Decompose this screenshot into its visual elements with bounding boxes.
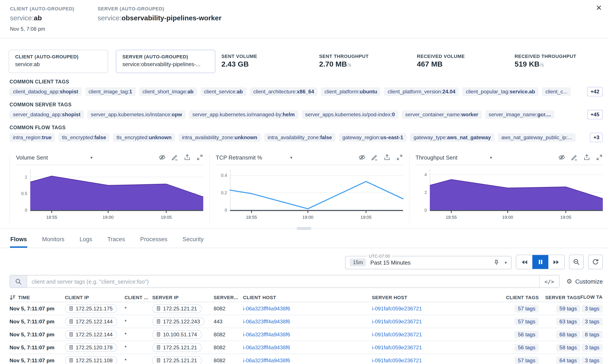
refresh-button[interactable] [588,255,603,269]
code-toggle-button[interactable]: </> [539,275,559,287]
table-row[interactable]: Nov 5, 7:11:07 pm 172.25.121.108 * 172.2… [10,354,603,364]
server-tags-pill[interactable]: 68 tags [556,330,580,338]
tag-pill[interactable]: client_service:ab [200,87,246,96]
column-header-client-host[interactable]: CLIENT HOST [243,295,372,300]
group-card[interactable]: SERVER (AUTO-GROUPED) service:observabil… [116,50,215,73]
search-input[interactable] [27,275,539,287]
client-ip-pill[interactable]: 172.25.120.178 [65,343,118,352]
more-tags-pill[interactable]: +45 [587,110,603,119]
hide-eye-icon[interactable] [159,154,166,161]
edit-pencil-icon[interactable] [371,154,378,161]
client-tags-pill[interactable]: 57 tags [514,318,539,325]
flow-tags-pill[interactable]: 3 tags [582,305,603,312]
column-header-server-port[interactable]: SERVER... [214,295,243,300]
chevron-down-icon[interactable]: ▾ [290,155,292,160]
tag-pill[interactable]: gateway_type:aws_nat_gateway [410,133,494,142]
flow-tags-pill[interactable]: 3 tags [582,356,603,364]
zoom-out-button[interactable] [569,255,584,269]
server-tags-pill[interactable]: 58 tags [556,343,580,351]
tag-pill[interactable]: server_datadog_app:shopist [10,110,84,119]
server-tags-pill[interactable]: 63 tags [556,318,580,325]
server-host-link[interactable]: i-091fafc059e236721 [372,357,422,363]
tag-pill[interactable]: client_architecture:x86_64 [250,87,318,96]
tag-pill[interactable]: aws_nat_gateway_public_ip:... [498,133,575,142]
client-ip-pill[interactable]: 172.25.122.144 [65,330,118,339]
export-icon[interactable] [383,154,390,161]
client-host-link[interactable]: i-06a323fff4a9438f6 [243,344,290,350]
column-header-server-tags[interactable]: SERVER TAGS [539,295,580,300]
edit-pencil-icon[interactable] [571,154,578,161]
time-range-picker[interactable]: UTC-07:00 15m Past 15 Minutes ▾ [345,254,512,269]
tag-pill[interactable]: server_apps.kubernetes.io/pod-index:0 [302,110,398,119]
tag-pill[interactable]: gateway_region:us-east-1 [339,133,407,142]
tag-pill[interactable]: intra_availability_zone:unknown [179,133,261,142]
tag-pill[interactable]: client_datadog_app:shopist [10,87,82,96]
server-tags-pill[interactable]: 64 tags [556,356,580,364]
tab[interactable]: Processes [140,233,168,248]
client-tags-pill[interactable]: 56 tags [514,330,539,338]
server-host-link[interactable]: i-091fafc059e236721 [372,318,422,325]
table-row[interactable]: Nov 5, 7:11:07 pm 172.25.121.175 * 172.2… [10,302,603,315]
server-host-link[interactable]: i-091fafc059e236721 [372,331,422,338]
more-tags-pill[interactable]: +3 [590,133,603,142]
flow-tags-pill[interactable]: 3 tags [582,318,603,325]
tag-pill[interactable]: client_platform:ubuntu [321,87,381,96]
chart-title-dropdown[interactable]: Throughput Sent [416,154,490,161]
more-tags-pill[interactable]: +42 [587,87,603,96]
tag-pill[interactable]: client_popular_tag:service.ab [462,87,538,96]
client-ip-pill[interactable]: 172.25.122.144 [65,317,118,326]
server-ip-pill[interactable]: 10.100.51.174 [152,330,202,339]
tag-pill[interactable]: server_image_name:gcr.... [485,110,554,119]
column-header-client-port[interactable]: CLIENT ... [125,295,152,300]
tag-pill[interactable]: server_container_name:worker [402,110,482,119]
edit-pencil-icon[interactable] [171,154,178,161]
chart-plot[interactable]: 00.5118:5519:0019:05 [16,168,203,223]
tag-pill[interactable]: server_app.kubernetes.io/managed-by:helm [189,110,298,119]
panel-resize-handle[interactable] [0,227,608,230]
tag-pill[interactable]: intra_availability_zone:false [264,133,336,142]
table-row[interactable]: Nov 5, 7:11:07 pm 172.25.122.144 * 172.2… [10,315,603,328]
tag-pill[interactable]: client_platform_version:24.04 [384,87,459,96]
server-ip-pill[interactable]: 172.25.121.21 [152,304,202,313]
fullscreen-icon[interactable] [196,154,203,161]
table-row[interactable]: Nov 5, 7:11:07 pm 172.25.122.144 * 10.10… [10,328,603,341]
close-button[interactable]: ✕ [594,2,604,14]
client-host-link[interactable]: i-06a323fff4a9438f6 [243,331,290,338]
column-header-server-host[interactable]: SERVER HOST [372,295,502,300]
server-ip-pill[interactable]: 172.25.121.21 [152,356,202,364]
column-header-server-ip[interactable]: SERVER IP [152,295,214,300]
pause-button[interactable] [532,255,548,269]
customize-button[interactable]: ⚙ Customize [567,278,603,285]
tag-pill[interactable]: tls_encrypted:unknown [113,133,175,142]
tag-pill[interactable]: tls_encrypted:false [59,133,110,142]
tab[interactable]: Monitors [42,233,65,248]
tab[interactable]: Security [182,233,204,248]
tag-pill[interactable]: intra_region:true [10,133,55,142]
server-tags-pill[interactable]: 59 tags [556,305,580,312]
column-header-client-ip[interactable]: CLIENT IP [65,295,125,300]
export-icon[interactable] [184,154,191,161]
tag-pill[interactable]: server_app.kubernetes.io/instance:opw [87,110,185,119]
client-tags-pill[interactable]: 56 tags [514,343,539,351]
column-header-flow-tags[interactable]: FLOW TAGS [580,294,603,300]
client-ip-pill[interactable]: 172.25.121.108 [65,356,118,364]
tab[interactable]: Flows [10,233,27,248]
chevron-down-icon[interactable]: ▾ [90,155,93,160]
chart-title-dropdown[interactable]: Volume Sent [16,154,90,161]
tab[interactable]: Traces [107,233,126,248]
tag-pill[interactable]: client_image_tag:1 [85,87,136,96]
client-host-link[interactable]: i-06a323fff4a9438f6 [243,305,290,312]
chevron-down-icon[interactable]: ▾ [505,260,507,265]
client-tags-pill[interactable]: 57 tags [514,356,539,364]
forward-button[interactable] [548,255,564,269]
chart-title-dropdown[interactable]: TCP Retransmit % [216,154,290,161]
chart-plot[interactable]: 02418:5519:0019:05 [416,168,603,223]
pin-icon[interactable] [493,259,500,265]
flow-tags-pill[interactable]: 8 tags [582,330,603,338]
time-range-badge[interactable]: 15m [350,259,366,266]
hide-eye-icon[interactable] [358,154,365,161]
server-host-link[interactable]: i-091fafc059e236721 [372,305,422,312]
tag-pill[interactable]: client_short_image:ab [139,87,197,96]
export-icon[interactable] [583,154,590,161]
server-ip-pill[interactable]: 172.25.121.21 [152,343,202,352]
